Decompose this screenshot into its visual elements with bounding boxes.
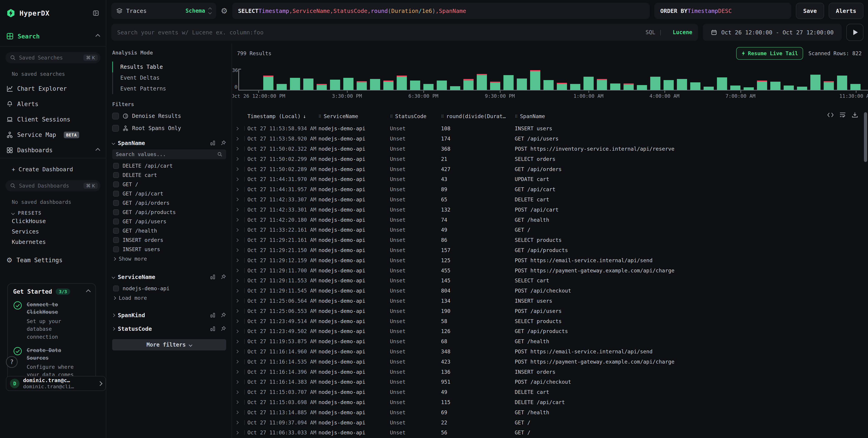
drag-handle-icon[interactable]: ⠿ — [318, 114, 321, 119]
root-spans-toggle[interactable]: Root Spans Only — [112, 125, 226, 132]
preset-item[interactable]: Kubernetes — [0, 237, 106, 247]
checkbox[interactable] — [113, 228, 119, 234]
table-row[interactable]: Oct 27 11:16:14.535 AMnodejs-demo-apiUns… — [232, 356, 868, 367]
expand-row-chevron[interactable] — [236, 258, 247, 263]
table-row[interactable]: Oct 27 11:53:58.920 AMnodejs-demo-apiUns… — [232, 134, 868, 144]
expand-row-chevron[interactable] — [236, 389, 247, 395]
facet-value-checkbox[interactable]: GET /api/users — [112, 217, 226, 226]
histogram-bar[interactable] — [517, 79, 527, 90]
drag-handle-icon[interactable]: ⠿ — [390, 114, 393, 119]
sql-language-toggle[interactable]: SQL — [646, 29, 655, 35]
lucene-language-toggle[interactable]: Lucene — [673, 29, 692, 35]
histogram-bar[interactable] — [397, 76, 407, 90]
expand-row-chevron[interactable] — [236, 136, 247, 141]
column-header[interactable]: ⠿round(divide(Durat… — [441, 113, 515, 119]
load-more-link[interactable]: Load more — [112, 293, 226, 303]
facet-chart-icon[interactable] — [210, 274, 216, 280]
facet-value-checkbox[interactable]: DELETE /api/cart — [112, 161, 226, 170]
table-row[interactable]: Oct 27 11:42:33.301 AMnodejs-demo-apiUns… — [232, 205, 868, 215]
expand-row-chevron[interactable] — [236, 156, 247, 162]
table-row[interactable]: Oct 27 11:16:14.960 AMnodejs-demo-apiUns… — [232, 347, 868, 357]
sidebar-item-client-sessions[interactable]: Client Sessions — [0, 112, 106, 127]
facet-value-checkbox[interactable]: INSERT users — [112, 244, 226, 254]
select-expression-input[interactable]: SELECT Timestamp,ServiceName,StatusCode,… — [232, 3, 650, 19]
sort-desc-icon[interactable]: ↓ — [303, 113, 306, 119]
column-header[interactable]: ⠿SpanName — [515, 113, 868, 119]
preset-item[interactable]: ClickHouse — [0, 216, 106, 226]
checkbox[interactable] — [113, 237, 119, 243]
histogram-bar[interactable] — [437, 81, 447, 90]
create-dashboard-button[interactable]: + Create Dashboard — [0, 164, 106, 175]
histogram-bar[interactable] — [370, 79, 380, 90]
expand-row-chevron[interactable] — [236, 126, 247, 131]
histogram-bar[interactable] — [290, 78, 300, 90]
expand-row-chevron[interactable] — [236, 207, 247, 212]
preset-item[interactable]: Services — [0, 226, 106, 237]
table-row[interactable]: Oct 27 11:09:37.094 AMnodejs-demo-apiUns… — [232, 417, 868, 428]
saved-dashboards-input[interactable]: Saved Dashboards ⌘ K — [5, 180, 100, 192]
save-button[interactable]: Save — [796, 3, 824, 19]
facet-chart-icon[interactable] — [210, 326, 216, 332]
expand-row-chevron[interactable] — [236, 177, 247, 182]
checkbox[interactable] — [113, 218, 119, 225]
facet-header[interactable]: SpanKind — [112, 310, 226, 320]
presets-toggle[interactable]: PRESETS — [0, 210, 106, 216]
expand-row-chevron[interactable] — [236, 319, 247, 324]
facet-value-checkbox[interactable]: INSERT orders — [112, 235, 226, 244]
facet-pin-icon[interactable] — [220, 312, 226, 318]
facet-header[interactable]: ServiceName — [112, 272, 226, 282]
histogram-bar[interactable] — [263, 76, 273, 90]
expand-row-chevron[interactable] — [236, 400, 247, 405]
more-filters-button[interactable]: More filters — [112, 339, 226, 350]
expand-row-chevron[interactable] — [236, 227, 247, 232]
code-view-icon[interactable] — [827, 112, 834, 118]
table-row[interactable]: Oct 27 11:29:21.150 AMnodejs-demo-apiUns… — [232, 245, 868, 256]
facet-pin-icon[interactable] — [220, 274, 226, 280]
saved-searches-input[interactable]: Saved Searches ⌘ K — [5, 52, 100, 63]
checkbox[interactable] — [113, 209, 119, 215]
histogram-bar[interactable] — [450, 86, 460, 90]
histogram-bar[interactable] — [797, 87, 807, 90]
facet-pin-icon[interactable] — [220, 140, 226, 146]
table-row[interactable]: Oct 27 11:29:11.700 AMnodejs-demo-apiUns… — [232, 265, 868, 275]
histogram-bar[interactable] — [490, 82, 500, 90]
column-header[interactable]: ⠿ServiceName — [318, 113, 390, 119]
checkbox[interactable] — [113, 163, 119, 169]
expand-row-chevron[interactable] — [236, 146, 247, 151]
collapse-sidebar-icon[interactable] — [92, 10, 99, 16]
table-row[interactable]: Oct 27 11:44:31.970 AMnodejs-demo-apiUns… — [232, 174, 868, 184]
table-row[interactable]: Oct 27 11:42:33.307 AMnodejs-demo-apiUns… — [232, 195, 868, 205]
histogram-bar[interactable] — [623, 84, 634, 90]
expand-row-chevron[interactable] — [236, 288, 247, 293]
table-row[interactable]: Oct 27 11:25:06.564 AMnodejs-demo-apiUns… — [232, 296, 868, 306]
table-row[interactable]: Oct 27 11:53:58.934 AMnodejs-demo-apiUns… — [232, 123, 868, 134]
date-range-picker[interactable]: Oct 26 12:00:00 - Oct 27 12:00:00 — [703, 24, 842, 41]
histogram-bar[interactable] — [663, 80, 674, 90]
table-row[interactable]: Oct 27 11:50:02.322 AMnodejs-demo-apiUns… — [232, 144, 868, 154]
histogram-bar[interactable] — [770, 82, 780, 90]
expand-row-chevron[interactable] — [236, 187, 247, 192]
table-row[interactable]: Oct 27 11:23:49.502 AMnodejs-demo-apiUns… — [232, 326, 868, 337]
histogram-bar[interactable] — [744, 87, 754, 90]
histogram-bar[interactable] — [477, 74, 487, 90]
histogram-bar[interactable] — [757, 81, 767, 90]
sidebar-item-chart-explorer[interactable]: Chart Explorer — [0, 81, 106, 96]
histogram-bar[interactable] — [410, 81, 420, 90]
show-more-link[interactable]: Show more — [112, 254, 226, 264]
table-row[interactable]: Oct 27 11:50:02.289 AMnodejs-demo-apiUns… — [232, 164, 868, 174]
expand-row-chevron[interactable] — [236, 329, 247, 334]
table-row[interactable]: Oct 27 11:29:21.161 AMnodejs-demo-apiUns… — [232, 235, 868, 245]
checkbox[interactable] — [112, 125, 119, 132]
table-row[interactable]: Oct 27 11:16:14.383 AMnodejs-demo-apiUns… — [232, 377, 868, 387]
expand-row-chevron[interactable] — [236, 370, 247, 374]
expand-row-chevron[interactable] — [236, 339, 247, 344]
histogram-bar[interactable] — [677, 79, 687, 90]
histogram-bar[interactable] — [837, 76, 847, 90]
histogram-bar[interactable] — [730, 86, 740, 90]
checkbox[interactable] — [113, 246, 119, 252]
run-query-button[interactable] — [846, 24, 864, 41]
expand-row-chevron[interactable] — [236, 410, 247, 415]
table-row[interactable]: Oct 27 11:29:11.545 AMnodejs-demo-apiUns… — [232, 286, 868, 296]
column-header[interactable]: ⠿StatusCode — [390, 113, 441, 119]
expand-row-chevron[interactable] — [236, 268, 247, 273]
